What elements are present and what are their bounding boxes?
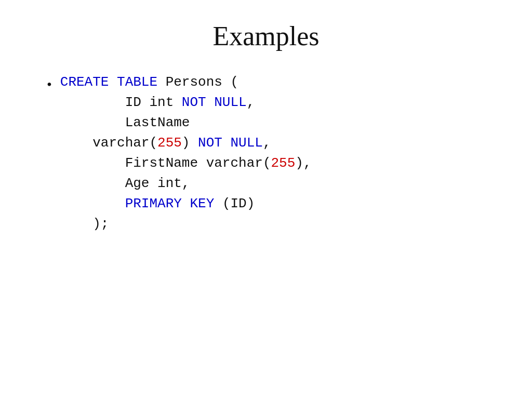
- page: Examples • CREATE TABLE Persons ( ID int…: [0, 0, 532, 399]
- code-line-5: FirstName varchar(255),: [60, 153, 312, 174]
- code-line-6: Age int,: [60, 174, 312, 194]
- code-block: CREATE TABLE Persons ( ID int NOT NULL, …: [60, 72, 312, 234]
- code-line-3: LastName: [60, 113, 312, 133]
- keyword-not-null-2: NOT NULL: [198, 135, 263, 151]
- code-line-4: varchar(255) NOT NULL,: [60, 133, 312, 153]
- bullet-dot: •: [47, 74, 52, 95]
- code-line-8: );: [60, 214, 312, 234]
- content-area: • CREATE TABLE Persons ( ID int NOT NULL…: [31, 72, 501, 234]
- page-title: Examples: [31, 21, 501, 51]
- keyword-create-table: CREATE TABLE: [60, 74, 157, 90]
- value-255-2: 255: [271, 155, 295, 171]
- code-line-1: CREATE TABLE Persons (: [60, 72, 312, 92]
- code-line-7: PRIMARY KEY (ID): [60, 194, 312, 214]
- keyword-primary-key: PRIMARY KEY: [125, 196, 215, 211]
- keyword-not-null-1: NOT NULL: [182, 95, 247, 110]
- code-line-2: ID int NOT NULL,: [60, 92, 312, 113]
- bullet-item: • CREATE TABLE Persons ( ID int NOT NULL…: [47, 72, 501, 234]
- value-255-1: 255: [157, 135, 182, 151]
